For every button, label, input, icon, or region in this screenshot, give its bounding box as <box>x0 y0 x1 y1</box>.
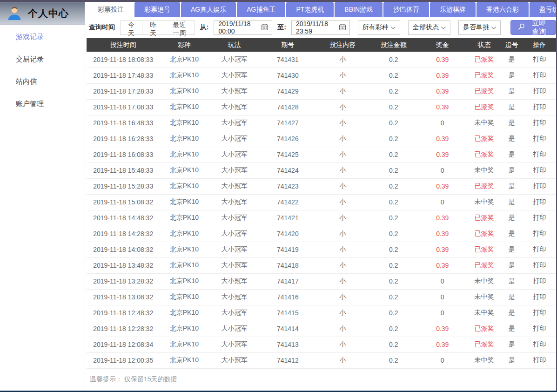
query-button[interactable]: 立即查询 <box>510 20 556 35</box>
cell-status: 未中奖 <box>468 115 501 131</box>
cell-prize: 0 <box>417 194 468 210</box>
print-link[interactable]: 打印 <box>533 135 546 142</box>
cell-bet-content: 小 <box>315 68 370 83</box>
cell-bet-amount: 0.2 <box>370 289 417 305</box>
cell-bet-time: 2019-11-18 14:28:32 <box>87 226 160 242</box>
cell-play-type: 大小冠军 <box>208 289 260 305</box>
cell-bet-time: 2019-11-18 15:08:32 <box>87 194 160 210</box>
cell-bet-time: 2019-11-18 12:08:34 <box>87 337 160 352</box>
main-panel: 彩票投注彩票追号AG真人娱乐AG捕鱼王PT老虎机BBIN游戏沙巴体育乐游棋牌香港… <box>85 2 556 391</box>
sidebar-item[interactable]: 站内信 <box>0 70 85 93</box>
print-link[interactable]: 打印 <box>533 103 546 110</box>
tab[interactable]: 彩票追号 <box>134 2 180 17</box>
filter-select[interactable]: 是否单挑 <box>458 20 501 35</box>
tab[interactable]: BBIN游戏 <box>335 2 383 17</box>
cell-issue: 741425 <box>260 147 315 162</box>
print-link[interactable]: 打印 <box>533 245 546 253</box>
print-link[interactable]: 打印 <box>533 293 546 300</box>
quick-range-button[interactable]: 最近一周 <box>164 20 195 35</box>
cell-play-type: 大小冠军 <box>208 115 260 131</box>
from-date-input[interactable]: 2019/11/18 00:00 <box>214 20 272 35</box>
to-date-input[interactable]: 2019/11/18 23:59 <box>291 20 350 35</box>
cell-bet-amount: 0.2 <box>370 210 417 226</box>
print-link[interactable]: 打印 <box>533 230 546 237</box>
cell-issue: 741431 <box>260 52 315 68</box>
print-link[interactable]: 打印 <box>533 71 546 79</box>
print-link[interactable]: 打印 <box>533 166 546 174</box>
quick-range-button[interactable]: 今天 <box>120 20 142 35</box>
cell-bet-content: 小 <box>315 337 370 352</box>
print-link[interactable]: 打印 <box>533 261 546 269</box>
cell-prize: 0.39 <box>417 68 468 83</box>
print-link[interactable]: 打印 <box>533 198 546 205</box>
column-header: 期号 <box>260 38 315 52</box>
cell-issue: 741428 <box>260 99 315 115</box>
print-link[interactable]: 打印 <box>533 324 546 332</box>
cell-action: 打印 <box>523 115 556 131</box>
cell-action: 打印 <box>523 99 556 115</box>
cell-bet-amount: 0.2 <box>370 257 417 273</box>
cell-issue: 741418 <box>260 257 315 273</box>
cell-lottery: 北京PK10 <box>160 131 208 147</box>
cell-play-type: 大小冠军 <box>208 52 260 68</box>
calendar-icon[interactable] <box>339 23 346 32</box>
quick-range-button[interactable]: 昨天 <box>142 20 164 35</box>
tab[interactable]: PT老虎机 <box>286 2 334 17</box>
cell-bet-amount: 0.2 <box>370 178 417 194</box>
cell-lottery: 北京PK10 <box>160 305 208 321</box>
print-link[interactable]: 打印 <box>533 150 546 158</box>
cell-bet-time: 2019-11-18 14:48:32 <box>87 210 160 226</box>
tab[interactable]: AG真人娱乐 <box>181 2 236 17</box>
bet-records-table: 投注时间彩种玩法期号投注内容投注金额奖金状态追号操作 2019-11-18 18… <box>87 38 556 369</box>
cell-lottery: 北京PK10 <box>160 52 208 68</box>
tab[interactable]: 彩票投注 <box>88 2 134 17</box>
tab[interactable]: 沙巴体育 <box>383 2 429 17</box>
cell-bet-content: 小 <box>315 289 370 305</box>
cell-prize: 0.39 <box>417 257 468 273</box>
calendar-icon[interactable] <box>261 23 268 32</box>
sidebar-nav: 游戏记录交易记录站内信账户管理 <box>0 25 85 115</box>
cell-chase: 是 <box>501 52 523 68</box>
filter-bar: 查询时间 今天昨天最近一周 从: 2019/11/18 00:00 <box>87 17 556 38</box>
cell-issue: 741426 <box>260 131 315 147</box>
filter-select[interactable]: 全部状态 <box>408 20 450 35</box>
sidebar-item[interactable]: 账户管理 <box>0 93 85 115</box>
table-row: 2019-11-18 17:28:33 北京PK10 大小冠军 741429 小… <box>87 83 556 99</box>
cell-bet-time: 2019-11-18 16:28:33 <box>87 131 160 147</box>
chevron-down-icon <box>390 24 396 31</box>
cell-lottery: 北京PK10 <box>160 115 208 131</box>
cell-status: 已派奖 <box>468 99 501 115</box>
cell-bet-time: 2019-11-18 12:28:32 <box>87 321 160 337</box>
cell-issue: 741412 <box>260 352 315 368</box>
cell-issue: 741414 <box>260 321 315 337</box>
search-icon <box>517 23 525 32</box>
table-row: 2019-11-18 13:28:32 北京PK10 大小冠军 741417 小… <box>87 273 556 289</box>
select-value: 是否单挑 <box>463 23 489 32</box>
table-row: 2019-11-18 16:28:33 北京PK10 大小冠军 741426 小… <box>87 131 556 147</box>
tab[interactable]: 乐游棋牌 <box>430 2 476 17</box>
tab[interactable]: 盈亏统计 <box>530 2 556 17</box>
print-link[interactable]: 打印 <box>533 309 546 316</box>
cell-status: 已派奖 <box>468 242 501 257</box>
tab[interactable]: 香港六合彩 <box>476 2 529 17</box>
print-link[interactable]: 打印 <box>533 214 546 221</box>
cell-bet-time: 2019-11-18 17:48:33 <box>87 68 160 83</box>
print-link[interactable]: 打印 <box>533 356 546 364</box>
sidebar-item[interactable]: 游戏记录 <box>0 26 85 48</box>
cell-bet-amount: 0.2 <box>370 99 417 115</box>
cell-issue: 741424 <box>260 162 315 178</box>
print-link[interactable]: 打印 <box>533 340 546 348</box>
cell-action: 打印 <box>523 83 556 99</box>
print-link[interactable]: 打印 <box>533 87 546 95</box>
print-link[interactable]: 打印 <box>533 277 546 284</box>
print-link[interactable]: 打印 <box>533 182 546 189</box>
sidebar-item[interactable]: 交易记录 <box>0 48 85 70</box>
print-link[interactable]: 打印 <box>533 119 546 126</box>
tab[interactable]: AG捕鱼王 <box>237 2 285 17</box>
cell-chase: 是 <box>501 162 523 178</box>
print-link[interactable]: 打印 <box>533 55 546 63</box>
cell-action: 打印 <box>523 147 556 162</box>
cell-bet-content: 小 <box>315 321 370 337</box>
cell-status: 未中奖 <box>468 352 501 368</box>
filter-select[interactable]: 所有彩种 <box>358 20 400 35</box>
